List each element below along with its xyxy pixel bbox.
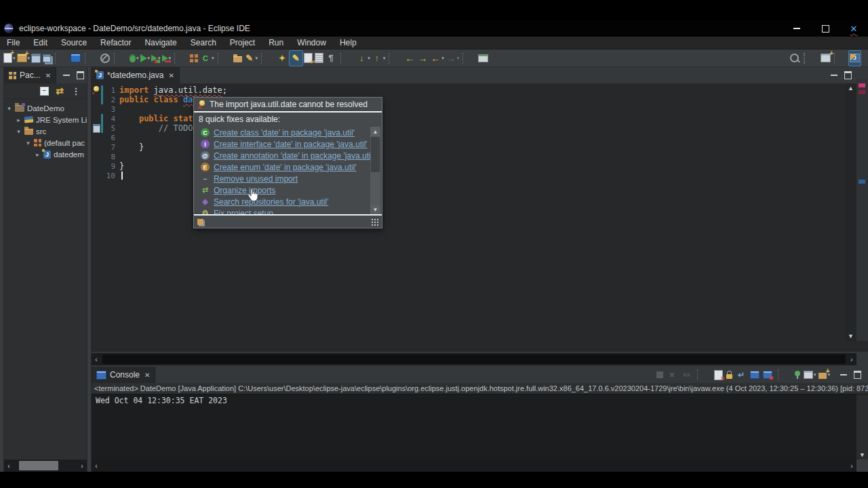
fix-remove-unused-import[interactable]: − Remove unused import (194, 173, 382, 184)
menu-item[interactable]: Run (262, 37, 290, 49)
tab-console[interactable]: Console ✕ (92, 367, 155, 383)
tree-item-default-package[interactable]: ▾ (default pac (4, 137, 87, 148)
menu-item[interactable]: Help (333, 37, 363, 49)
minimize-window-button[interactable] (783, 20, 811, 37)
profile-button[interactable]: ▾ (161, 51, 172, 66)
new-java-project-button[interactable]: ▾ (16, 51, 31, 66)
quickfix-item-label[interactable]: Fix project setup... (214, 209, 280, 215)
code-line[interactable]: 1 import java.util.date; (92, 85, 868, 95)
menu-item[interactable]: Window (290, 37, 333, 49)
scroll-down-icon[interactable]: ▼ (856, 451, 868, 458)
tree-chevron-icon[interactable]: ▸ (35, 151, 41, 158)
fix-create-enum[interactable]: E Create enum 'date' in package 'java.ut… (194, 161, 382, 173)
scroll-up-icon[interactable]: ▲ (370, 127, 380, 136)
menu-item[interactable]: Refactor (94, 37, 138, 49)
fix-organize-imports[interactable]: ⇄ Organize imports (194, 184, 382, 196)
quickfix-item-label[interactable]: Create enum 'date' in package 'java.util… (214, 163, 357, 172)
next-annotation-button[interactable]: ▾ (355, 51, 371, 66)
error-marker[interactable] (859, 83, 865, 87)
scroll-up-icon[interactable]: ▲ (848, 83, 854, 93)
fix-project-setup[interactable]: ⚙ Fix project setup... (194, 207, 382, 214)
open-perspective-button[interactable] (820, 51, 831, 66)
previous-annotation-button[interactable]: ▾ (371, 51, 387, 66)
import-button[interactable] (233, 51, 243, 66)
display-console-button[interactable]: ▾ (803, 367, 817, 382)
tree-item-datedemo-project[interactable]: ▾ DateDemo (4, 102, 87, 114)
new-editor-window-button[interactable] (477, 51, 490, 66)
debug-button[interactable]: ▾ (129, 51, 140, 66)
scrollbar-thumb[interactable] (371, 137, 380, 172)
scroll-right-icon[interactable]: › (77, 460, 87, 472)
new-button[interactable]: ▾ (3, 51, 16, 66)
minimize-editor-icon[interactable] (831, 75, 837, 76)
restore-window-button[interactable] (811, 20, 840, 37)
menu-item[interactable]: Source (54, 37, 94, 49)
show-stderr-button[interactable] (762, 367, 774, 382)
scroll-down-icon[interactable]: ▼ (370, 205, 380, 214)
scroll-right-icon[interactable]: › (847, 460, 856, 472)
format-button[interactable]: ▾ (243, 51, 259, 66)
tree-chevron-icon[interactable]: ▾ (6, 105, 12, 112)
quickfix-scrollbar[interactable]: ▲ ▼ (370, 127, 380, 214)
editor-hscrollbar[interactable]: ‹ › (92, 353, 856, 365)
quickfix-item-label[interactable]: Search repositories for 'java.util' (214, 197, 328, 207)
run-button[interactable]: ▾ (140, 51, 151, 66)
minimize-console-icon[interactable] (840, 374, 847, 375)
fix-create-class[interactable]: C Create class 'date' in package 'java.u… (194, 127, 382, 138)
view-menu-button[interactable] (71, 85, 81, 96)
show-whitespace-button[interactable] (325, 51, 338, 66)
menu-item[interactable]: Edit (26, 37, 54, 49)
terminate-button[interactable] (656, 367, 665, 382)
minimize-view-icon[interactable] (63, 75, 70, 76)
menu-item[interactable]: File (0, 37, 26, 49)
link-with-editor-button[interactable] (54, 85, 65, 96)
quickfix-item-label[interactable]: Create annotation 'date' in package 'jav… (214, 151, 374, 161)
clear-console-button[interactable] (713, 367, 724, 382)
pin-console-button[interactable] (794, 367, 802, 382)
open-type-button[interactable] (276, 51, 289, 66)
scroll-left-icon[interactable]: ‹ (4, 460, 14, 472)
word-wrap-button[interactable] (735, 367, 748, 382)
forward-button[interactable]: ▾ (445, 51, 460, 66)
tree-item-datedemo-file[interactable]: ▸ datedem (4, 148, 87, 160)
menu-item[interactable]: Project (223, 37, 262, 49)
console-output[interactable]: Wed Oct 04 12:30:35 EAT 2023 ▼ (92, 394, 868, 460)
open-task-button[interactable] (70, 51, 82, 66)
tree-chevron-icon[interactable]: ▸ (16, 117, 22, 123)
search-button[interactable] (789, 51, 800, 66)
task-marker[interactable] (859, 180, 865, 184)
scroll-left-icon[interactable]: ‹ (92, 460, 101, 472)
scrollbar-thumb[interactable] (19, 461, 58, 470)
tree-item-jre-system-library[interactable]: ▸ JRE System Lib (4, 114, 87, 125)
new-java-class-button[interactable] (189, 51, 199, 66)
maximize-editor-icon[interactable] (844, 71, 852, 79)
quickfix-item-label[interactable]: Create class 'date' in package 'java.uti… (214, 128, 355, 138)
overview-ruler[interactable] (856, 79, 868, 341)
fix-create-interface[interactable]: I Create interface 'date' in package 'ja… (194, 138, 382, 150)
show-selected-element-button[interactable] (314, 51, 325, 66)
tree-chevron-icon[interactable]: ▾ (16, 128, 22, 135)
package-explorer-hscrollbar[interactable]: ‹ › (4, 460, 87, 472)
maximize-console-icon[interactable] (854, 371, 861, 379)
close-icon[interactable]: ✕ (45, 72, 51, 79)
fix-create-annotation[interactable]: @ Create annotation 'date' in package 'j… (194, 150, 382, 161)
tab-datedemo-java[interactable]: *datedemo.java ✕ (92, 67, 180, 83)
maximize-view-icon[interactable] (77, 71, 84, 79)
scroll-right-icon[interactable]: › (847, 353, 856, 365)
resize-grip-icon[interactable] (371, 218, 378, 226)
error-marker[interactable] (859, 90, 865, 94)
scroll-down-icon[interactable]: ▼ (848, 331, 854, 341)
show-stdout-button[interactable] (749, 367, 761, 382)
close-window-button[interactable]: ✕ (840, 20, 868, 37)
save-all-button[interactable] (42, 51, 52, 66)
tab-package-explorer[interactable]: Pac... ✕ (4, 67, 56, 83)
link-with-editor-button[interactable] (303, 51, 314, 66)
next-edit-location-button[interactable] (416, 51, 429, 66)
editor-vscrollbar[interactable]: ▲ ▼ (845, 83, 856, 341)
remove-all-launches-button[interactable] (680, 367, 693, 382)
console-hscrollbar[interactable]: ‹ › (92, 460, 868, 472)
save-button[interactable] (31, 51, 42, 66)
quickfix-item-label[interactable]: Remove unused import (214, 174, 298, 184)
mark-occurrences-button[interactable] (289, 50, 303, 66)
new-class-wizard-button[interactable]: ▾ (199, 51, 215, 66)
